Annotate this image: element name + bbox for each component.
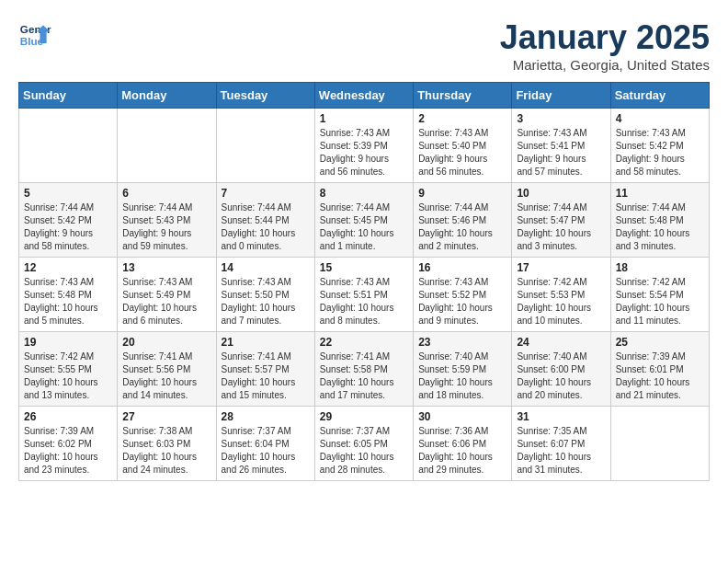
day-info: Sunrise: 7:37 AM Sunset: 6:05 PM Dayligh…: [320, 425, 408, 477]
calendar-cell: 31Sunrise: 7:35 AM Sunset: 6:07 PM Dayli…: [512, 407, 610, 481]
day-info: Sunrise: 7:41 AM Sunset: 5:57 PM Dayligh…: [222, 350, 310, 402]
day-number: 9: [418, 187, 506, 200]
calendar-cell: 25Sunrise: 7:39 AM Sunset: 6:01 PM Dayli…: [610, 332, 709, 407]
day-info: Sunrise: 7:40 AM Sunset: 5:59 PM Dayligh…: [418, 350, 506, 402]
day-info: Sunrise: 7:41 AM Sunset: 5:56 PM Dayligh…: [122, 350, 210, 402]
day-number: 25: [616, 336, 704, 349]
day-info: Sunrise: 7:43 AM Sunset: 5:39 PM Dayligh…: [320, 127, 408, 178]
calendar-cell: 8Sunrise: 7:44 AM Sunset: 5:45 PM Daylig…: [314, 183, 413, 258]
day-info: Sunrise: 7:36 AM Sunset: 6:06 PM Dayligh…: [418, 425, 506, 477]
day-number: 3: [517, 112, 605, 125]
day-info: Sunrise: 7:42 AM Sunset: 5:54 PM Dayligh…: [616, 276, 704, 327]
day-number: 8: [320, 187, 408, 200]
calendar-cell: 30Sunrise: 7:36 AM Sunset: 6:06 PM Dayli…: [414, 407, 512, 481]
day-info: Sunrise: 7:41 AM Sunset: 5:58 PM Dayligh…: [320, 350, 408, 402]
day-number: 18: [616, 261, 704, 274]
calendar-cell: 23Sunrise: 7:40 AM Sunset: 5:59 PM Dayli…: [414, 332, 512, 407]
day-info: Sunrise: 7:44 AM Sunset: 5:47 PM Dayligh…: [517, 201, 605, 253]
calendar-cell: 4Sunrise: 7:43 AM Sunset: 5:42 PM Daylig…: [610, 109, 709, 183]
day-info: Sunrise: 7:43 AM Sunset: 5:41 PM Dayligh…: [517, 127, 605, 178]
day-info: Sunrise: 7:43 AM Sunset: 5:51 PM Dayligh…: [320, 276, 408, 327]
day-info: Sunrise: 7:42 AM Sunset: 5:53 PM Dayligh…: [517, 276, 605, 327]
calendar-cell: 5Sunrise: 7:44 AM Sunset: 5:42 PM Daylig…: [19, 183, 118, 258]
day-number: 30: [418, 410, 506, 423]
calendar-cell: 21Sunrise: 7:41 AM Sunset: 5:57 PM Dayli…: [216, 332, 314, 407]
day-number: 13: [122, 261, 210, 274]
day-info: Sunrise: 7:39 AM Sunset: 6:01 PM Dayligh…: [616, 350, 704, 402]
calendar-cell: 1Sunrise: 7:43 AM Sunset: 5:39 PM Daylig…: [314, 109, 413, 183]
calendar-cell: 15Sunrise: 7:43 AM Sunset: 5:51 PM Dayli…: [314, 258, 413, 332]
calendar-cell: 2Sunrise: 7:43 AM Sunset: 5:40 PM Daylig…: [414, 109, 512, 183]
day-info: Sunrise: 7:37 AM Sunset: 6:04 PM Dayligh…: [222, 425, 310, 477]
calendar-cell: 17Sunrise: 7:42 AM Sunset: 5:53 PM Dayli…: [512, 258, 610, 332]
day-info: Sunrise: 7:44 AM Sunset: 5:43 PM Dayligh…: [122, 201, 210, 253]
calendar-cell: 7Sunrise: 7:44 AM Sunset: 5:44 PM Daylig…: [216, 183, 314, 258]
calendar-cell: 13Sunrise: 7:43 AM Sunset: 5:49 PM Dayli…: [118, 258, 216, 332]
page-header: General Blue January 2025 Marietta, Geor…: [18, 18, 710, 73]
calendar-cell: 27Sunrise: 7:38 AM Sunset: 6:03 PM Dayli…: [118, 407, 216, 481]
day-number: 24: [517, 336, 605, 349]
day-info: Sunrise: 7:44 AM Sunset: 5:44 PM Dayligh…: [222, 201, 310, 253]
calendar-cell: [610, 407, 709, 481]
calendar-cell: 11Sunrise: 7:44 AM Sunset: 5:48 PM Dayli…: [610, 183, 709, 258]
calendar-cell: 12Sunrise: 7:43 AM Sunset: 5:48 PM Dayli…: [19, 258, 118, 332]
logo: General Blue: [18, 18, 51, 52]
week-row-4: 19Sunrise: 7:42 AM Sunset: 5:55 PM Dayli…: [19, 332, 710, 407]
day-number: 14: [222, 261, 310, 274]
day-number: 16: [418, 261, 506, 274]
calendar-cell: 22Sunrise: 7:41 AM Sunset: 5:58 PM Dayli…: [314, 332, 413, 407]
day-info: Sunrise: 7:42 AM Sunset: 5:55 PM Dayligh…: [24, 350, 112, 402]
day-number: 27: [122, 410, 210, 423]
week-row-3: 12Sunrise: 7:43 AM Sunset: 5:48 PM Dayli…: [19, 258, 710, 332]
day-number: 11: [616, 187, 704, 200]
day-number: 1: [320, 112, 408, 125]
weekday-header-wednesday: Wednesday: [314, 83, 413, 109]
day-number: 21: [222, 336, 310, 349]
day-number: 17: [517, 261, 605, 274]
week-row-2: 5Sunrise: 7:44 AM Sunset: 5:42 PM Daylig…: [19, 183, 710, 258]
calendar-cell: 6Sunrise: 7:44 AM Sunset: 5:43 PM Daylig…: [118, 183, 216, 258]
day-info: Sunrise: 7:39 AM Sunset: 6:02 PM Dayligh…: [24, 425, 112, 477]
day-info: Sunrise: 7:43 AM Sunset: 5:50 PM Dayligh…: [222, 276, 310, 327]
calendar-cell: [216, 109, 314, 183]
day-number: 23: [418, 336, 506, 349]
day-number: 6: [122, 187, 210, 200]
title-block: January 2025 Marietta, Georgia, United S…: [500, 18, 710, 73]
calendar-cell: 18Sunrise: 7:42 AM Sunset: 5:54 PM Dayli…: [610, 258, 709, 332]
day-number: 2: [418, 112, 506, 125]
day-info: Sunrise: 7:40 AM Sunset: 6:00 PM Dayligh…: [517, 350, 605, 402]
day-number: 15: [320, 261, 408, 274]
day-info: Sunrise: 7:43 AM Sunset: 5:40 PM Dayligh…: [418, 127, 506, 178]
month-title: January 2025: [500, 18, 710, 57]
day-info: Sunrise: 7:35 AM Sunset: 6:07 PM Dayligh…: [517, 425, 605, 477]
weekday-header-monday: Monday: [118, 83, 216, 109]
weekday-header-sunday: Sunday: [19, 83, 118, 109]
day-number: 26: [24, 410, 112, 423]
day-number: 20: [122, 336, 210, 349]
weekday-header-saturday: Saturday: [610, 83, 709, 109]
location: Marietta, Georgia, United States: [500, 57, 710, 73]
day-info: Sunrise: 7:44 AM Sunset: 5:42 PM Dayligh…: [24, 201, 112, 253]
day-info: Sunrise: 7:43 AM Sunset: 5:48 PM Dayligh…: [24, 276, 112, 327]
day-info: Sunrise: 7:44 AM Sunset: 5:45 PM Dayligh…: [320, 201, 408, 253]
day-info: Sunrise: 7:38 AM Sunset: 6:03 PM Dayligh…: [122, 425, 210, 477]
calendar-cell: 10Sunrise: 7:44 AM Sunset: 5:47 PM Dayli…: [512, 183, 610, 258]
day-number: 28: [222, 410, 310, 423]
day-info: Sunrise: 7:44 AM Sunset: 5:48 PM Dayligh…: [616, 201, 704, 253]
weekday-header-tuesday: Tuesday: [216, 83, 314, 109]
day-number: 10: [517, 187, 605, 200]
calendar-cell: 3Sunrise: 7:43 AM Sunset: 5:41 PM Daylig…: [512, 109, 610, 183]
calendar-cell: 9Sunrise: 7:44 AM Sunset: 5:46 PM Daylig…: [414, 183, 512, 258]
calendar-cell: 29Sunrise: 7:37 AM Sunset: 6:05 PM Dayli…: [314, 407, 413, 481]
weekday-header-row: SundayMondayTuesdayWednesdayThursdayFrid…: [19, 83, 710, 109]
logo-icon: General Blue: [18, 18, 51, 52]
day-number: 5: [24, 187, 112, 200]
day-number: 4: [616, 112, 704, 125]
day-number: 31: [517, 410, 605, 423]
day-number: 12: [24, 261, 112, 274]
calendar-table: SundayMondayTuesdayWednesdayThursdayFrid…: [18, 82, 710, 481]
calendar-cell: [19, 109, 118, 183]
calendar-cell: 26Sunrise: 7:39 AM Sunset: 6:02 PM Dayli…: [19, 407, 118, 481]
calendar-cell: 28Sunrise: 7:37 AM Sunset: 6:04 PM Dayli…: [216, 407, 314, 481]
day-number: 19: [24, 336, 112, 349]
